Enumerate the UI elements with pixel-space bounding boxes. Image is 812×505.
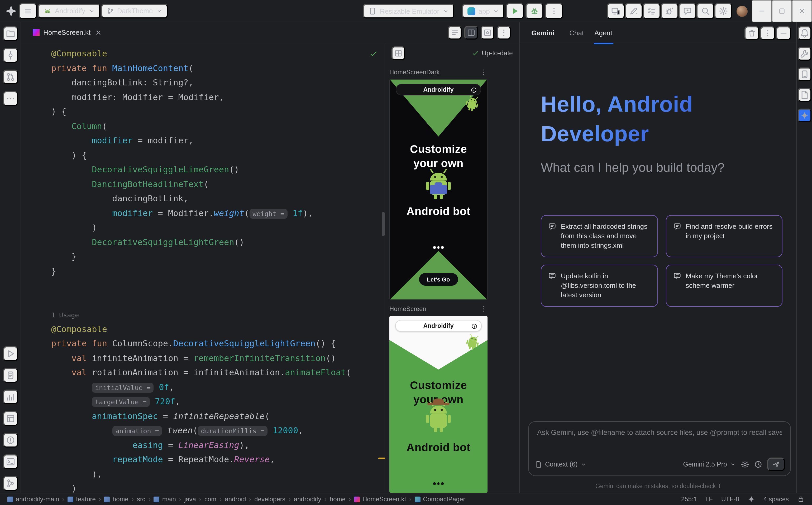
- gemini-input-box[interactable]: Context (6) Gemini 2.5 Pro: [528, 421, 791, 476]
- breadcrumb-item[interactable]: com: [205, 496, 216, 503]
- android-studio-logo: [4, 4, 18, 18]
- minimize-window-button[interactable]: [752, 0, 772, 22]
- more-run-actions-button[interactable]: [545, 3, 563, 19]
- gemini-options-button[interactable]: [760, 26, 775, 40]
- ai-chat-button[interactable]: [679, 3, 696, 19]
- more-tools-button[interactable]: [3, 91, 18, 106]
- breadcrumb-label: home: [113, 496, 128, 503]
- device-manager-button[interactable]: [798, 67, 811, 81]
- breadcrumb-item[interactable]: android: [225, 496, 246, 503]
- code-editor[interactable]: @Composableprivate fun MainHomeContent( …: [21, 43, 386, 493]
- device-selector[interactable]: Resizable Emulator: [363, 4, 454, 18]
- ai-rename-button[interactable]: [625, 3, 643, 19]
- project-tool-button[interactable]: [3, 26, 18, 41]
- breadcrumb-item[interactable]: home: [330, 496, 346, 503]
- preview-layout-button[interactable]: [391, 46, 405, 60]
- suggestion-card[interactable]: Extract all hardcoded strings from this …: [541, 215, 658, 257]
- breadcrumb-item[interactable]: feature: [68, 496, 96, 503]
- gemini-settings-icon[interactable]: [741, 460, 749, 469]
- preview-phone-homescreendark[interactable]: Androidify Customize your own Android bo…: [389, 79, 487, 300]
- task-list-button[interactable]: [643, 3, 661, 19]
- notifications-button[interactable]: [798, 26, 811, 40]
- app-inspection-icon: [6, 414, 15, 423]
- maximize-window-button[interactable]: [772, 0, 792, 22]
- preview-menu-icon[interactable]: [480, 305, 487, 313]
- branch-selector[interactable]: DarkTheme: [101, 3, 168, 18]
- project-name: Androidify: [55, 7, 86, 15]
- file-encoding[interactable]: UTF-8: [721, 496, 739, 503]
- preview-scroll-area[interactable]: HomeScreenDark Androidify Custom: [386, 63, 519, 493]
- app-inspection-tool-button[interactable]: [3, 411, 18, 426]
- code-line: @Composable: [51, 322, 386, 336]
- running-devices-button[interactable]: [798, 88, 811, 102]
- breadcrumb-item[interactable]: java: [185, 496, 196, 503]
- gemini-header: Gemini Chat Agent: [520, 22, 796, 44]
- preview-menu-icon[interactable]: [480, 68, 487, 76]
- search-everywhere-button[interactable]: [696, 3, 714, 19]
- breadcrumb-label: androidify: [294, 496, 321, 503]
- cursor-position[interactable]: 255:1: [681, 496, 697, 503]
- design-view-button[interactable]: [481, 26, 494, 39]
- editor-scrollbar[interactable]: [382, 212, 385, 236]
- run-button[interactable]: [506, 3, 524, 19]
- breadcrumb-separator: ›: [132, 496, 134, 503]
- code-line: }: [51, 264, 386, 278]
- terminal-tool-button[interactable]: [3, 454, 18, 469]
- readonly-lock-icon[interactable]: [797, 496, 805, 503]
- run-config-selector[interactable]: app: [462, 4, 504, 18]
- bug-icon: [531, 7, 539, 15]
- breadcrumb-item[interactable]: CompactPager: [415, 496, 465, 503]
- tab-chat[interactable]: Chat: [564, 22, 589, 44]
- suggestion-card[interactable]: Update kotlin in @libs.version.toml to t…: [541, 265, 658, 307]
- commit-tool-button[interactable]: [3, 48, 18, 63]
- project-selector[interactable]: Androidify: [38, 3, 100, 18]
- clear-chat-button[interactable]: [744, 26, 759, 40]
- inspections-ok-icon[interactable]: [369, 49, 378, 58]
- breadcrumb-item[interactable]: home: [104, 496, 128, 503]
- gemini-tool-button[interactable]: [798, 109, 811, 122]
- settings-button[interactable]: [714, 3, 732, 19]
- debug-button[interactable]: [526, 3, 544, 19]
- user-avatar[interactable]: [736, 6, 747, 17]
- tab-homescreen-kt[interactable]: HomeScreen.kt ✕: [28, 22, 106, 43]
- ai-debug-button[interactable]: [661, 3, 679, 19]
- build-tools-button[interactable]: [798, 47, 811, 61]
- tab-agent[interactable]: Agent: [589, 22, 617, 44]
- compose-preview-panel: Up-to-date HomeScreenDark: [386, 43, 519, 493]
- model-selector[interactable]: Gemini 2.5 Pro: [683, 461, 736, 468]
- breadcrumb-item[interactable]: src: [137, 496, 145, 503]
- device-mirroring-button[interactable]: [607, 3, 625, 19]
- gemini-prompt-input[interactable]: [529, 422, 790, 437]
- suggestion-card[interactable]: Make my Theme's color scheme warmer: [666, 265, 783, 307]
- close-window-button[interactable]: [792, 0, 812, 22]
- document-icon: [800, 90, 809, 100]
- logcat-tool-button[interactable]: [3, 368, 18, 383]
- breadcrumb-item[interactable]: androidify: [294, 496, 321, 503]
- indent-style[interactable]: 4 spaces: [764, 496, 789, 503]
- breadcrumb-item[interactable]: main: [154, 496, 176, 503]
- pull-requests-tool-button[interactable]: [3, 69, 18, 85]
- version-control-tool-button[interactable]: [3, 476, 18, 491]
- preview-phone-homescreen[interactable]: Androidify Customize your own Android bo…: [389, 316, 487, 493]
- split-view-button[interactable]: [464, 26, 478, 39]
- ai-status-icon[interactable]: [747, 496, 755, 503]
- code-view-button[interactable]: [448, 26, 462, 39]
- decorative-dots: [390, 246, 487, 248]
- profiler-tool-button[interactable]: [3, 389, 18, 404]
- breadcrumb-item[interactable]: developers: [254, 496, 285, 503]
- run-tool-button[interactable]: [3, 346, 18, 361]
- code-line: [51, 278, 386, 293]
- breadcrumb-item[interactable]: androidify-main: [7, 496, 59, 503]
- main-menu-button[interactable]: [19, 3, 37, 19]
- module-icon: [104, 496, 110, 502]
- suggestion-card[interactable]: Find and resolve build errors in my proj…: [666, 215, 783, 257]
- history-icon[interactable]: [754, 460, 763, 469]
- problems-tool-button[interactable]: [3, 433, 18, 448]
- breadcrumb-item[interactable]: HomeScreen.kt: [354, 496, 406, 503]
- context-button[interactable]: Context (6): [535, 461, 587, 468]
- send-button[interactable]: [767, 458, 785, 471]
- line-separator[interactable]: LF: [705, 496, 713, 503]
- close-tab-icon[interactable]: ✕: [95, 29, 101, 36]
- hide-panel-button[interactable]: [776, 26, 791, 40]
- editor-options-button[interactable]: [497, 26, 511, 39]
